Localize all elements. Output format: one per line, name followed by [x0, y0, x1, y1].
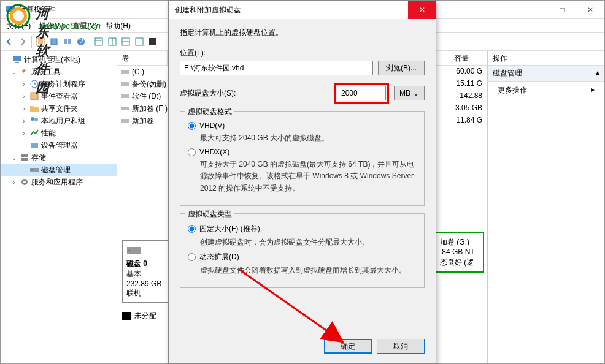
tree-shared[interactable]: ›共享文件夹	[1, 102, 117, 115]
tb-icon-3[interactable]	[61, 36, 74, 48]
svg-point-27	[31, 169, 33, 170]
svg-rect-4	[51, 39, 57, 45]
tree-perf[interactable]: ›性能	[1, 127, 117, 139]
disk-icon	[29, 165, 39, 175]
menu-file[interactable]: 文件(F)	[3, 20, 34, 32]
radio-dynamic-input[interactable]	[188, 253, 196, 261]
cap-val: 60.00 G	[442, 66, 487, 78]
actions-header: 操作	[488, 51, 604, 66]
clock-icon	[29, 79, 39, 89]
svg-point-21	[31, 117, 34, 121]
tb-view-5[interactable]	[147, 36, 159, 48]
tree-services[interactable]: ›服务和应用程序	[1, 176, 117, 188]
radio-fixed[interactable]: 固定大小(F) (推荐)	[188, 224, 417, 234]
tree-devmgr[interactable]: 设备管理器	[1, 139, 117, 151]
ok-button[interactable]: 确定	[324, 339, 372, 354]
radio-dynamic[interactable]: 动态扩展(D)	[188, 252, 417, 262]
computer-icon	[12, 55, 22, 64]
svg-rect-1	[9, 13, 12, 14]
format-group: 虚拟硬盘格式 VHD(V) 最大可支持 2040 GB 大小的虚拟磁盘。 VHD…	[180, 111, 425, 206]
svg-point-36	[129, 250, 131, 252]
back-icon[interactable]	[3, 36, 15, 48]
vhdx-desc: 可支持大于 2040 GB 的虚拟磁盘(最大可支持 64 TB)，并且可从电源故…	[200, 159, 417, 194]
col-volume[interactable]: 卷	[117, 51, 168, 65]
cap-val: 3.05 GB	[442, 102, 487, 115]
legend-swatch-unalloc	[122, 312, 131, 320]
radio-vhdx-input[interactable]	[188, 148, 196, 156]
drive-icon	[121, 116, 129, 125]
dialog-close-button[interactable]: ✕	[408, 1, 436, 19]
actions-group[interactable]: 磁盘管理▴	[488, 66, 604, 82]
type-legend: 虚拟硬盘类型	[185, 209, 234, 219]
actions-pane: 操作 磁盘管理▴ 更多操作▸	[488, 51, 604, 363]
vhd-desc: 最大可支持 2040 GB 大小的虚拟磁盘。	[200, 132, 417, 144]
forward-icon[interactable]	[17, 36, 29, 48]
create-vhd-dialog: 创建和附加虚拟硬盘 ✕ 指定计算机上的虚拟硬盘位置。 位置(L): 浏览(B).…	[168, 0, 436, 364]
drive-icon	[121, 80, 129, 88]
help-icon[interactable]: ?	[75, 36, 87, 48]
dialog-titlebar[interactable]: 创建和附加虚拟硬盘 ✕	[169, 1, 436, 19]
menu-action[interactable]: 操作(A)	[36, 20, 67, 32]
tb-icon-1[interactable]	[34, 36, 47, 48]
tb-view-1[interactable]	[93, 36, 105, 48]
tree-pane: 计算机管理(本地) ⌄系统工具 ›任务计划程序 ›事件查看器 ›共享文件夹 ›本…	[1, 51, 117, 363]
collapse-icon: ▴	[596, 68, 599, 78]
svg-point-22	[34, 118, 38, 121]
cap-val: 142.88	[442, 90, 487, 102]
svg-rect-15	[136, 38, 143, 45]
app-icon	[6, 5, 15, 15]
svg-rect-5	[64, 39, 67, 44]
close-button[interactable]: ✕	[576, 1, 604, 19]
radio-vhdx[interactable]: VHDX(X)	[188, 148, 417, 156]
fixed-desc: 创建虚拟硬盘时，会为虚拟硬盘文件分配最大大小。	[200, 237, 417, 248]
tree-root[interactable]: 计算机管理(本地)	[1, 53, 117, 66]
svg-rect-25	[21, 158, 28, 161]
tb-view-2[interactable]	[106, 36, 118, 48]
actions-more[interactable]: 更多操作▸	[488, 82, 604, 99]
maximize-button[interactable]: □	[548, 1, 576, 19]
type-group: 虚拟硬盘类型 固定大小(F) (推荐) 创建虚拟硬盘时，会为虚拟硬盘文件分配最大…	[180, 213, 425, 288]
format-legend: 虚拟硬盘格式	[185, 107, 234, 117]
size-highlight	[334, 83, 389, 104]
wrench-icon	[20, 67, 29, 77]
tree-users[interactable]: ›本地用户和组	[1, 115, 117, 127]
capacity-column: 区) 60.00 G 15.11 G 142.88 3.05 GB 11.84 …	[442, 51, 488, 363]
svg-rect-32	[121, 94, 129, 98]
radio-vhd-input[interactable]	[188, 122, 196, 130]
chevron-right-icon: ▸	[591, 85, 595, 96]
svg-rect-34	[121, 119, 129, 123]
radio-fixed-input[interactable]	[188, 225, 196, 233]
window-controls: — □ ✕	[520, 1, 604, 19]
dynamic-desc: 虚拟硬盘文件会随着数据写入到虚拟硬盘而增长到其最大大小。	[200, 265, 417, 276]
location-input[interactable]	[180, 61, 373, 75]
tb-icon-2[interactable]	[48, 36, 60, 48]
drive-icon	[121, 92, 129, 100]
col-capacity[interactable]: 容量	[439, 51, 484, 66]
tb-view-4[interactable]	[133, 36, 145, 48]
tb-view-3[interactable]	[120, 36, 132, 48]
tree-event[interactable]: ›事件查看器	[1, 90, 117, 102]
storage-icon	[20, 153, 29, 162]
svg-rect-9	[95, 38, 102, 45]
svg-rect-20	[31, 93, 38, 100]
minimize-button[interactable]: —	[520, 1, 548, 19]
menu-help[interactable]: 帮助(H)	[102, 20, 134, 32]
cancel-button[interactable]: 取消	[377, 339, 425, 354]
gear-icon	[20, 177, 29, 187]
tree-task[interactable]: ›任务计划程序	[1, 78, 117, 90]
window-title: 计算机管理	[19, 4, 56, 15]
tree-diskmgmt[interactable]: 磁盘管理	[1, 164, 117, 176]
size-input[interactable]	[337, 86, 386, 100]
svg-rect-24	[21, 154, 28, 157]
svg-rect-6	[68, 39, 71, 44]
tree-systools[interactable]: ⌄系统工具	[1, 66, 117, 78]
dialog-title: 创建和附加虚拟硬盘	[175, 5, 241, 15]
svg-point-29	[23, 181, 26, 183]
browse-button[interactable]: 浏览(B)...	[378, 61, 425, 75]
unit-select[interactable]: MB⌄	[394, 86, 425, 100]
menu-view[interactable]: 查看(V)	[69, 20, 101, 32]
radio-vhd[interactable]: VHD(V)	[188, 121, 417, 130]
tree-storage[interactable]: ⌄存储	[1, 151, 117, 164]
partition-g-visible[interactable]: 加卷 (G:) .84 GB NT 态良好 (逻	[435, 232, 484, 273]
cap-val: 11.84 G	[442, 115, 487, 127]
